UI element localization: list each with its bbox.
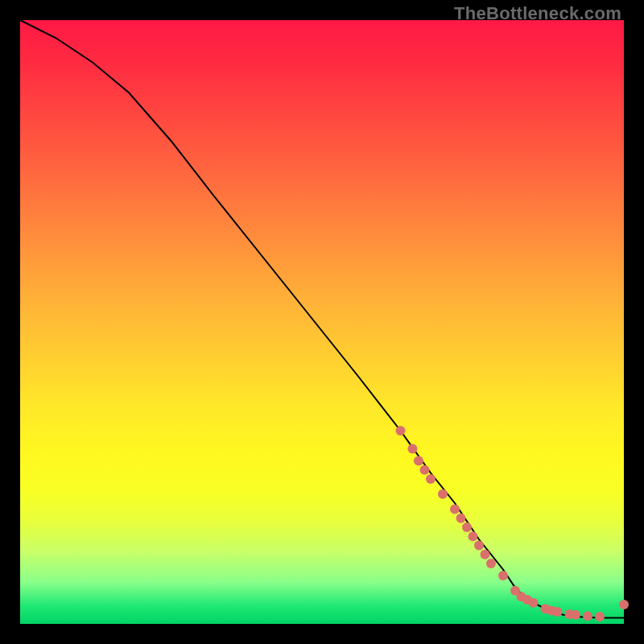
marker-dot [450, 505, 460, 514]
marker-dot [571, 610, 580, 620]
marker-dot [456, 514, 466, 523]
chart-stage: TheBottleneck.com [0, 0, 644, 644]
marker-dot [438, 489, 448, 499]
marker-dot [583, 611, 592, 621]
chart-overlay [20, 20, 624, 624]
marker-dot [414, 456, 423, 466]
marker-dot [426, 474, 436, 484]
curve-path [20, 20, 624, 618]
marker-dot [619, 600, 629, 609]
marker-dot [469, 531, 478, 541]
marker-dot [420, 465, 430, 475]
marker-dot [553, 607, 563, 617]
scatter-markers [396, 426, 630, 621]
marker-dot [529, 598, 539, 608]
marker-dot [408, 444, 418, 454]
marker-dot [474, 541, 484, 551]
marker-dot [498, 571, 508, 580]
marker-dot [595, 612, 605, 621]
marker-dot [481, 550, 490, 559]
line-series [20, 20, 624, 618]
marker-dot [486, 559, 496, 568]
marker-dot [462, 522, 472, 532]
marker-dot [396, 426, 406, 436]
